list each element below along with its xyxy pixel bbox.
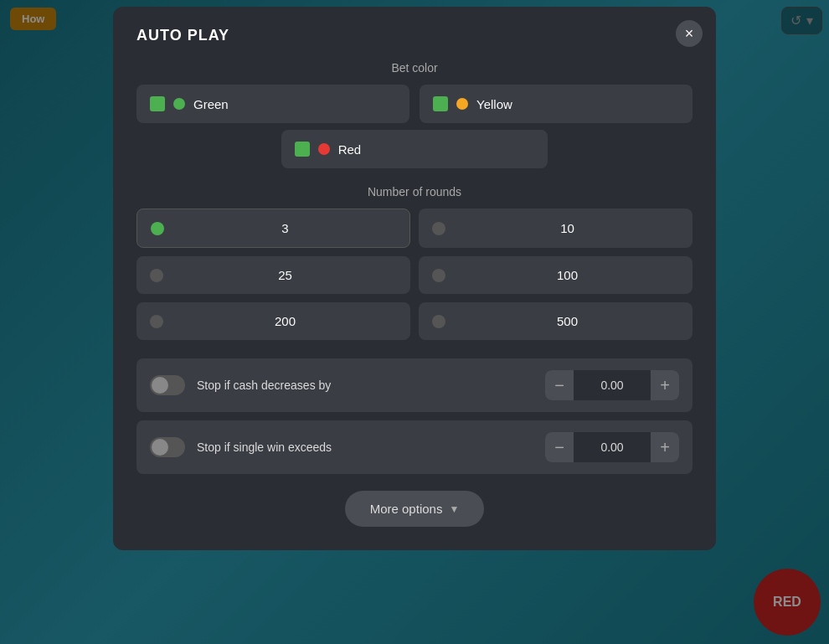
stop-cash-value: 0.00: [579, 379, 646, 392]
auto-play-modal: AUTO PLAY × Bet color Green Yellow Red: [113, 7, 716, 550]
round-100-value: 100: [456, 268, 679, 282]
modal-title: AUTO PLAY: [136, 27, 693, 44]
radio-500-icon: [432, 315, 445, 328]
yellow-checkbox: [433, 96, 448, 111]
red-label: Red: [338, 142, 362, 157]
round-option-10[interactable]: 10: [419, 209, 693, 248]
stop-win-label: Stop if single win exceeds: [197, 440, 533, 454]
stop-cash-plus-button[interactable]: +: [651, 370, 679, 400]
round-3-value: 3: [174, 221, 396, 235]
modal-overlay: AUTO PLAY × Bet color Green Yellow Red: [0, 0, 829, 644]
stop-win-plus-button[interactable]: +: [651, 432, 679, 462]
green-dot-icon: [173, 98, 185, 110]
rounds-grid: 3 10 25 100 200 500: [136, 209, 693, 340]
round-option-3[interactable]: 3: [136, 209, 410, 248]
radio-200-icon: [150, 315, 163, 328]
round-25-value: 25: [173, 268, 397, 282]
rounds-label: Number of rounds: [136, 185, 693, 198]
color-option-red[interactable]: Red: [281, 130, 548, 168]
green-checkbox: [150, 96, 165, 111]
round-option-500[interactable]: 500: [419, 302, 693, 340]
color-option-green[interactable]: Green: [136, 85, 409, 123]
radio-10-icon: [432, 222, 445, 235]
stop-cash-control: − 0.00 +: [545, 370, 679, 400]
round-option-200[interactable]: 200: [136, 302, 410, 340]
bet-color-label: Bet color: [136, 61, 693, 75]
stop-win-control: − 0.00 +: [545, 432, 679, 462]
round-200-value: 200: [173, 314, 397, 328]
more-options-arrow-icon: ▼: [449, 503, 459, 515]
color-row-top: Green Yellow: [136, 85, 693, 123]
radio-100-icon: [432, 269, 445, 282]
stop-cash-toggle-knob: [152, 377, 168, 394]
more-options-wrap: More options ▼: [136, 491, 693, 527]
stop-cash-toggle[interactable]: [150, 375, 185, 395]
stop-cash-minus-button[interactable]: −: [545, 370, 574, 400]
round-option-100[interactable]: 100: [419, 256, 693, 294]
radio-25-icon: [150, 269, 163, 282]
color-row-center: Red: [136, 130, 693, 168]
stop-win-value: 0.00: [579, 440, 646, 454]
stop-win-minus-button[interactable]: −: [545, 432, 574, 462]
round-option-25[interactable]: 25: [136, 256, 410, 294]
red-checkbox: [295, 142, 310, 157]
round-500-value: 500: [456, 314, 679, 328]
round-10-value: 10: [456, 221, 679, 235]
close-button[interactable]: ×: [676, 20, 703, 47]
stop-win-row: Stop if single win exceeds − 0.00 +: [136, 420, 693, 474]
stop-win-toggle[interactable]: [150, 437, 185, 457]
more-options-label: More options: [370, 502, 443, 516]
stop-cash-label: Stop if cash decreases by: [197, 379, 533, 392]
green-label: Green: [193, 97, 229, 111]
more-options-button[interactable]: More options ▼: [345, 491, 485, 527]
red-dot-icon: [318, 143, 330, 155]
stop-win-toggle-knob: [152, 439, 168, 456]
stop-cash-row: Stop if cash decreases by − 0.00 +: [136, 358, 693, 412]
yellow-dot-icon: [456, 98, 468, 110]
color-option-yellow[interactable]: Yellow: [420, 85, 693, 123]
yellow-label: Yellow: [476, 97, 512, 111]
radio-3-icon: [151, 222, 164, 235]
